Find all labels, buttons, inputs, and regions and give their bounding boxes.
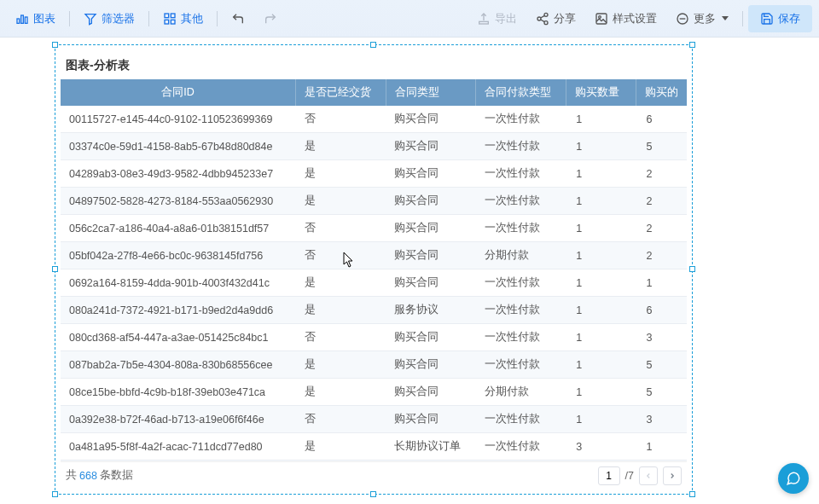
svg-rect-14 bbox=[596, 14, 607, 24]
svg-rect-4 bbox=[165, 14, 169, 18]
table-row[interactable]: 00115727-e145-44c0-9102-110523699369否购买合… bbox=[61, 106, 687, 133]
table-cell: 一次性付款 bbox=[476, 324, 566, 351]
filter-icon bbox=[84, 12, 97, 26]
resize-handle-tr[interactable] bbox=[689, 42, 695, 48]
table-row[interactable]: 04289ab3-08e3-49d3-9582-4dbb945233e7是购买合… bbox=[61, 160, 687, 188]
table-cell: 长期协议订单 bbox=[386, 433, 475, 461]
table-scroll[interactable]: 合同ID是否已经交货合同类型合同付款类型购买数量购买的 00115727-e14… bbox=[61, 79, 687, 461]
table-cell: 一次性付款 bbox=[476, 188, 566, 215]
table-cell: 一次性付款 bbox=[476, 297, 566, 324]
redo-button[interactable] bbox=[255, 7, 286, 31]
save-button[interactable]: 保存 bbox=[748, 5, 812, 32]
column-header[interactable]: 是否已经交货 bbox=[296, 79, 386, 106]
table-cell: 购买合同 bbox=[386, 215, 475, 242]
chat-fab[interactable] bbox=[778, 463, 809, 494]
table-widget[interactable]: 图表-分析表 合同ID是否已经交货合同类型合同付款类型购买数量购买的 00115… bbox=[61, 50, 687, 489]
toolbar-left: 图表 筛选器 其他 bbox=[7, 6, 286, 32]
filter-button[interactable]: 筛选器 bbox=[75, 6, 143, 32]
table-cell: 0692a164-8159-4dda-901b-4003f432d41c bbox=[61, 269, 296, 297]
page-input[interactable] bbox=[598, 466, 620, 485]
table-row[interactable]: 0a481a95-5f8f-4a2f-acac-711dcd77ed80是长期协… bbox=[61, 433, 687, 461]
table-cell: 2 bbox=[636, 215, 687, 242]
resize-handle-mr[interactable] bbox=[689, 266, 695, 272]
export-icon bbox=[477, 12, 491, 26]
table-cell: 一次性付款 bbox=[476, 133, 566, 160]
table-cell: 是 bbox=[296, 269, 386, 297]
selection-frame[interactable]: 图表-分析表 合同ID是否已经交货合同类型合同付款类型购买数量购买的 00115… bbox=[55, 44, 693, 495]
page-next-button[interactable] bbox=[663, 466, 682, 485]
table-cell: 购买合同 bbox=[386, 406, 475, 433]
filter-button-label: 筛选器 bbox=[102, 11, 135, 26]
resize-handle-tc[interactable] bbox=[370, 42, 376, 48]
more-button-label: 更多 bbox=[694, 11, 716, 26]
table-cell: 一次性付款 bbox=[476, 269, 566, 297]
table-cell: 1 bbox=[566, 297, 636, 324]
svg-point-15 bbox=[599, 15, 601, 18]
table-cell: 购买合同 bbox=[386, 242, 475, 269]
other-button-label: 其他 bbox=[181, 11, 203, 26]
export-button[interactable]: 导出 bbox=[468, 6, 526, 32]
table-row[interactable]: 087bab2a-7b5e-4304-808a-830b68556cee是购买合… bbox=[61, 351, 687, 379]
table-row[interactable]: 080a241d-7372-4921-b171-b9ed2d4a9dd6是服务协… bbox=[61, 297, 687, 324]
table-row[interactable]: 080cd368-af54-447a-a3ae-051425c84bc1否购买合… bbox=[61, 324, 687, 351]
chevron-down-icon bbox=[722, 16, 729, 20]
share-button-label: 分享 bbox=[554, 11, 576, 26]
more-button[interactable]: 更多 bbox=[667, 6, 737, 32]
share-icon bbox=[536, 12, 549, 26]
page-prev-button[interactable] bbox=[639, 466, 658, 485]
table-cell: 5 bbox=[636, 133, 687, 160]
column-header[interactable]: 合同类型 bbox=[386, 79, 475, 106]
column-header[interactable]: 购买数量 bbox=[566, 79, 636, 106]
table-cell: 购买合同 bbox=[386, 351, 475, 379]
svg-point-11 bbox=[544, 20, 548, 24]
export-button-label: 导出 bbox=[495, 11, 517, 26]
column-header[interactable]: 合同ID bbox=[61, 79, 296, 106]
svg-rect-0 bbox=[17, 19, 20, 23]
resize-handle-bl[interactable] bbox=[52, 491, 58, 497]
table-cell: 是 bbox=[296, 188, 386, 215]
column-header[interactable]: 合同付款类型 bbox=[476, 79, 566, 106]
separator bbox=[742, 11, 743, 26]
widget-footer: 共 668 条数据 /7 bbox=[61, 461, 687, 489]
share-button[interactable]: 分享 bbox=[527, 6, 584, 32]
table-row[interactable]: 0a392e38-b72f-46ad-b713-a19e06f6f46e否购买合… bbox=[61, 406, 687, 433]
table-cell: 05bf042a-27f8-4e66-bc0c-9638145fd756 bbox=[61, 242, 296, 269]
save-icon bbox=[760, 12, 774, 26]
table-cell: 0a481a95-5f8f-4a2f-acac-711dcd77ed80 bbox=[61, 433, 296, 461]
chart-button[interactable]: 图表 bbox=[7, 6, 64, 32]
table-row[interactable]: 056c2ca7-a186-40a4-a8a6-01b38151df57否购买合… bbox=[61, 215, 687, 242]
resize-handle-br[interactable] bbox=[689, 491, 695, 497]
save-button-label: 保存 bbox=[778, 11, 800, 26]
footer-prefix: 共 bbox=[66, 468, 77, 483]
data-table: 合同ID是否已经交货合同类型合同付款类型购买数量购买的 00115727-e14… bbox=[61, 79, 687, 461]
table-row[interactable]: 03374c0e-59d1-4158-8ab5-67b48d80d84e是购买合… bbox=[61, 133, 687, 160]
table-cell: 购买合同 bbox=[386, 461, 475, 462]
resize-handle-ml[interactable] bbox=[52, 266, 58, 272]
style-button[interactable]: 样式设置 bbox=[586, 6, 665, 32]
table-row[interactable]: 08ce15be-bbfd-4c9b-b18f-39eb03e471ca是购买合… bbox=[61, 379, 687, 406]
chat-icon bbox=[786, 471, 801, 486]
table-cell: 2 bbox=[636, 160, 687, 188]
svg-rect-6 bbox=[165, 20, 169, 24]
resize-handle-bc[interactable] bbox=[370, 491, 376, 497]
table-row[interactable]: 0692a164-8159-4dda-901b-4003f432d41c是购买合… bbox=[61, 269, 687, 297]
svg-rect-5 bbox=[171, 14, 175, 18]
svg-point-10 bbox=[537, 17, 541, 20]
canvas[interactable]: 图表-分析表 合同ID是否已经交货合同类型合同付款类型购买数量购买的 00115… bbox=[0, 38, 819, 504]
other-icon bbox=[163, 12, 177, 26]
table-cell: 一次性付款 bbox=[476, 406, 566, 433]
resize-handle-tl[interactable] bbox=[52, 42, 58, 48]
column-header[interactable]: 购买的 bbox=[636, 79, 687, 106]
table-row[interactable]: 0c6e4368-0572-40e6-978e-de72b8997d15否购买合… bbox=[61, 461, 687, 462]
table-cell: 分期付款 bbox=[476, 379, 566, 406]
svg-rect-1 bbox=[21, 15, 24, 23]
table-cell: 否 bbox=[296, 215, 386, 242]
table-cell: 购买合同 bbox=[386, 188, 475, 215]
table-row[interactable]: 05bf042a-27f8-4e66-bc0c-9638145fd756否购买合… bbox=[61, 242, 687, 269]
undo-button[interactable] bbox=[223, 7, 253, 31]
table-row[interactable]: 04897502-5828-4273-8184-553aa0562930是购买合… bbox=[61, 188, 687, 215]
other-button[interactable]: 其他 bbox=[154, 6, 212, 32]
table-cell: 否 bbox=[296, 461, 386, 462]
table-cell: 购买合同 bbox=[386, 324, 475, 351]
toolbar: 图表 筛选器 其他 导出 分享 样式设置 bbox=[0, 0, 819, 38]
